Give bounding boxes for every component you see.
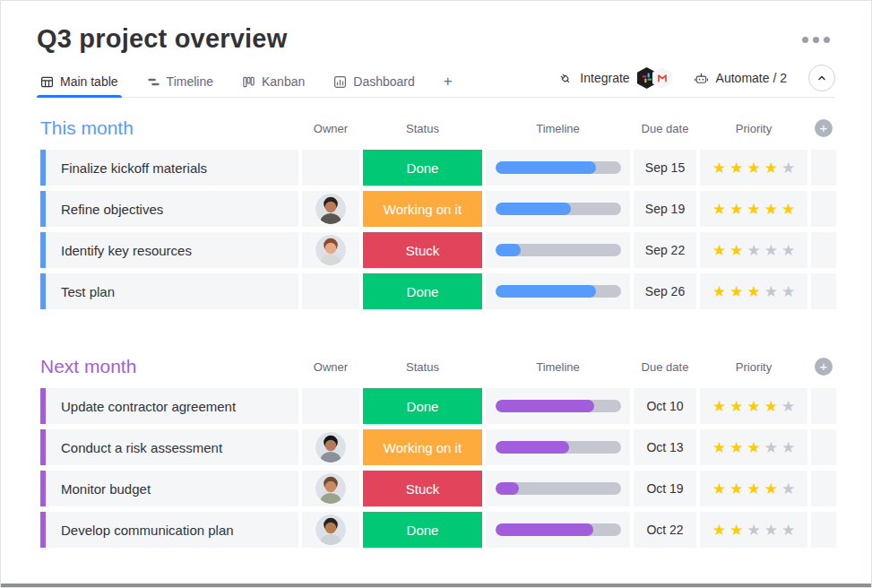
due-date-cell[interactable]: Sep 22 (634, 232, 696, 268)
due-date-cell[interactable]: Oct 13 (634, 429, 696, 465)
star-icon[interactable]: ★ (781, 480, 795, 498)
star-icon[interactable]: ★ (781, 282, 795, 301)
due-date-cell[interactable]: Sep 15 (634, 150, 696, 186)
star-icon[interactable]: ★ (712, 241, 726, 260)
owner-cell[interactable] (302, 429, 359, 465)
add-column-button[interactable]: + (815, 119, 833, 137)
star-icon[interactable]: ★ (764, 282, 778, 301)
star-icon[interactable]: ★ (747, 282, 760, 301)
priority-cell[interactable]: ★★★★★ (700, 273, 807, 309)
owner-cell[interactable] (302, 273, 359, 309)
column-header-status[interactable]: Status (363, 360, 482, 374)
tab-add-view[interactable]: + (440, 69, 456, 97)
timeline-cell[interactable] (486, 150, 630, 186)
integrate-button[interactable]: Integrate (557, 67, 671, 89)
timeline-cell[interactable] (486, 429, 630, 465)
star-icon[interactable]: ★ (747, 480, 760, 498)
column-header-owner[interactable]: Owner (302, 122, 359, 135)
star-icon[interactable]: ★ (712, 397, 726, 416)
star-icon[interactable]: ★ (730, 159, 743, 177)
timeline-cell[interactable] (486, 388, 630, 424)
star-icon[interactable]: ★ (712, 438, 726, 457)
timeline-cell[interactable] (486, 191, 630, 227)
group-title[interactable]: Next month (40, 356, 298, 377)
star-icon[interactable]: ★ (764, 241, 778, 260)
owner-cell[interactable] (302, 191, 359, 227)
status-cell[interactable]: Done (363, 512, 482, 548)
star-icon[interactable]: ★ (712, 521, 726, 540)
star-icon[interactable]: ★ (747, 200, 760, 219)
status-cell[interactable]: Stuck (363, 232, 482, 268)
star-icon[interactable]: ★ (730, 397, 743, 416)
star-icon[interactable]: ★ (712, 480, 726, 498)
task-name-cell[interactable]: Update contractor agreement (40, 388, 298, 424)
group-title[interactable]: This month (40, 117, 298, 139)
star-icon[interactable]: ★ (730, 282, 743, 301)
status-cell[interactable]: Working on it (363, 429, 482, 465)
star-icon[interactable]: ★ (747, 159, 760, 177)
star-icon[interactable]: ★ (764, 480, 778, 498)
column-header-timeline[interactable]: Timeline (486, 360, 630, 374)
star-icon[interactable]: ★ (730, 200, 743, 219)
priority-cell[interactable]: ★★★★★ (700, 471, 807, 506)
star-icon[interactable]: ★ (781, 159, 795, 177)
priority-cell[interactable]: ★★★★★ (700, 429, 807, 465)
task-name-cell[interactable]: Conduct a risk assessment (40, 429, 298, 465)
tab-timeline[interactable]: Timeline (143, 71, 217, 97)
timeline-cell[interactable] (486, 512, 630, 548)
task-name-cell[interactable]: Finalize kickoff materials (40, 150, 298, 186)
column-header-due-date[interactable]: Due date (634, 122, 696, 135)
owner-cell[interactable] (302, 512, 359, 548)
task-name-cell[interactable]: Refine objectives (40, 191, 298, 227)
automate-button[interactable]: Automate / 2 (694, 71, 787, 86)
timeline-cell[interactable] (486, 273, 630, 309)
priority-cell[interactable]: ★★★★★ (700, 512, 807, 548)
collapse-header-button[interactable] (808, 65, 835, 91)
star-icon[interactable]: ★ (781, 397, 795, 416)
star-icon[interactable]: ★ (747, 521, 760, 540)
priority-cell[interactable]: ★★★★★ (700, 191, 807, 227)
add-column-button[interactable]: + (815, 358, 833, 376)
due-date-cell[interactable]: Oct 19 (634, 471, 696, 506)
star-icon[interactable]: ★ (712, 159, 726, 177)
due-date-cell[interactable]: Oct 10 (634, 388, 696, 424)
task-name-cell[interactable]: Develop communication plan (40, 512, 298, 548)
star-icon[interactable]: ★ (764, 438, 778, 457)
star-icon[interactable]: ★ (781, 200, 795, 219)
star-icon[interactable]: ★ (781, 521, 795, 540)
tab-dashboard[interactable]: Dashboard (330, 71, 419, 97)
column-header-due-date[interactable]: Due date (634, 360, 696, 374)
status-cell[interactable]: Working on it (363, 191, 482, 227)
status-cell[interactable]: Done (363, 273, 482, 309)
star-icon[interactable]: ★ (764, 200, 778, 219)
column-header-timeline[interactable]: Timeline (486, 122, 630, 135)
task-name-cell[interactable]: Monitor budget (40, 471, 298, 506)
star-icon[interactable]: ★ (764, 397, 778, 416)
status-cell[interactable]: Done (363, 388, 482, 424)
status-cell[interactable]: Done (363, 150, 482, 186)
star-icon[interactable]: ★ (747, 438, 760, 457)
column-header-status[interactable]: Status (363, 122, 482, 135)
timeline-cell[interactable] (486, 471, 630, 506)
task-name-cell[interactable]: Test plan (40, 273, 298, 309)
star-icon[interactable]: ★ (730, 521, 743, 540)
status-cell[interactable]: Stuck (363, 471, 482, 506)
star-icon[interactable]: ★ (781, 438, 795, 457)
task-name-cell[interactable]: Identify key resources (40, 232, 298, 268)
tab-main-table[interactable]: Main table (37, 71, 122, 97)
due-date-cell[interactable]: Sep 19 (634, 191, 696, 227)
star-icon[interactable]: ★ (764, 159, 778, 177)
column-header-priority[interactable]: Priority (700, 360, 807, 374)
star-icon[interactable]: ★ (747, 241, 760, 260)
priority-cell[interactable]: ★★★★★ (700, 388, 807, 424)
column-header-priority[interactable]: Priority (700, 122, 807, 135)
priority-cell[interactable]: ★★★★★ (700, 150, 807, 186)
star-icon[interactable]: ★ (730, 241, 743, 260)
timeline-cell[interactable] (486, 232, 630, 268)
owner-cell[interactable] (302, 232, 359, 268)
board-menu-button[interactable] (800, 31, 832, 48)
due-date-cell[interactable]: Sep 26 (634, 273, 696, 309)
owner-cell[interactable] (302, 471, 359, 506)
star-icon[interactable]: ★ (712, 282, 726, 301)
star-icon[interactable]: ★ (764, 521, 778, 540)
